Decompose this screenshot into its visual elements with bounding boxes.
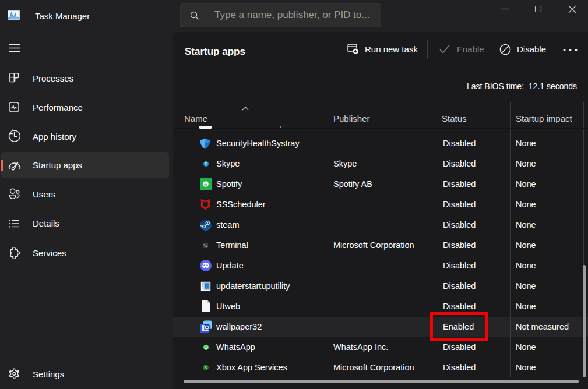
svg-text:S: S: [205, 162, 207, 166]
